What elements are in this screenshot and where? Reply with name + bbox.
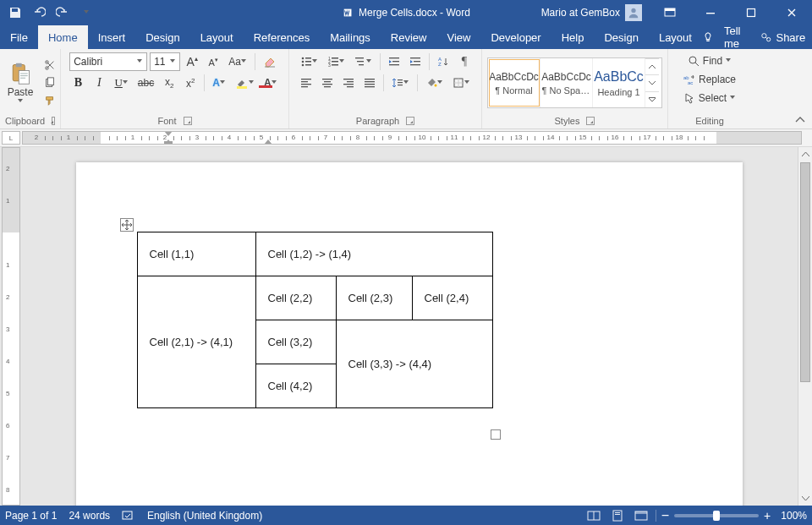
table-cell[interactable]: Cell (1,1) [137, 232, 255, 276]
zoom-slider-thumb[interactable] [713, 511, 720, 521]
ribbon-display-options-button[interactable] [650, 0, 689, 25]
subscript-button[interactable]: x2 [160, 74, 178, 92]
increase-indent-button[interactable] [406, 52, 425, 71]
font-size-combo[interactable]: 11 [150, 52, 180, 71]
read-mode-button[interactable] [584, 508, 603, 523]
tab-references[interactable]: References [244, 25, 320, 49]
style-heading-1[interactable]: AaBbCc Heading 1 [593, 58, 645, 107]
zoom-in-button[interactable]: + [764, 509, 771, 522]
scroll-down-button[interactable] [798, 491, 812, 506]
text-effects-button[interactable]: A [209, 74, 229, 92]
dialog-launcher-paragraph[interactable] [406, 117, 414, 125]
show-marks-button[interactable]: ¶ [455, 52, 474, 71]
copy-button[interactable] [42, 75, 58, 90]
dialog-launcher-clipboard[interactable] [52, 117, 55, 125]
dialog-launcher-styles[interactable] [586, 117, 595, 125]
format-painter-button[interactable] [42, 93, 58, 108]
bold-button[interactable]: B [69, 74, 87, 92]
table-cell[interactable]: Cell (3,2) [255, 320, 336, 364]
numbering-button[interactable]: 123 [324, 52, 348, 71]
shrink-font-button[interactable]: A▾ [204, 52, 222, 71]
document-scroll[interactable]: Cell (1,1) Cell (1,2) -> (1,4) Cell (2,1… [20, 147, 798, 506]
style-normal[interactable]: AaBbCcDc ¶ Normal [488, 58, 540, 107]
zoom-level[interactable]: 100% [781, 510, 807, 522]
share-button[interactable]: Share [750, 25, 812, 49]
underline-button[interactable]: U [111, 74, 131, 92]
ruler-corner[interactable]: L [2, 131, 20, 145]
close-button[interactable] [772, 0, 811, 25]
horizontal-ruler[interactable]: 21123456789101112131415161718 [22, 131, 802, 145]
table-move-handle[interactable] [120, 218, 134, 232]
table-cell[interactable]: Cell (3,3) -> (4,4) [336, 320, 492, 408]
table-cell[interactable]: Cell (2,3) [336, 276, 412, 320]
tell-me[interactable]: Tell me [714, 25, 751, 49]
paste-button[interactable]: Paste [3, 62, 38, 105]
document-table[interactable]: Cell (1,1) Cell (1,2) -> (1,4) Cell (2,1… [137, 232, 493, 408]
zoom-out-button[interactable]: − [661, 511, 669, 520]
style-no-spacing[interactable]: AaBbCcDc ¶ No Spac... [540, 58, 593, 107]
align-left-button[interactable] [297, 74, 315, 92]
clear-formatting-button[interactable] [260, 52, 280, 71]
scroll-up-button[interactable] [798, 147, 812, 161]
shading-button[interactable] [422, 74, 447, 92]
superscript-button[interactable]: x2 [181, 74, 200, 92]
grow-font-button[interactable]: A▴ [183, 52, 201, 71]
minimize-button[interactable] [691, 0, 730, 25]
tab-help[interactable]: Help [551, 25, 595, 49]
font-color-button[interactable]: A [261, 74, 281, 92]
first-line-indent-marker[interactable] [164, 131, 173, 136]
tab-layout[interactable]: Layout [190, 25, 244, 49]
align-center-button[interactable] [318, 74, 337, 92]
status-page[interactable]: Page 1 of 1 [5, 510, 57, 522]
qat-customize-icon[interactable] [77, 3, 96, 22]
table-cell[interactable]: Cell (4,2) [255, 364, 336, 408]
find-button[interactable]: Find [685, 52, 734, 69]
styles-gallery-scroll[interactable] [645, 58, 659, 107]
tell-me-bulb-icon[interactable] [702, 25, 714, 49]
styles-more-icon[interactable] [645, 91, 659, 107]
tab-view[interactable]: View [436, 25, 480, 49]
sort-button[interactable]: AZ [434, 52, 453, 71]
align-right-button[interactable] [339, 74, 358, 92]
undo-icon[interactable] [30, 3, 48, 22]
status-words[interactable]: 24 words [69, 510, 110, 522]
table-cell[interactable]: Cell (2,4) [412, 276, 492, 320]
italic-button[interactable]: I [90, 74, 108, 92]
web-layout-button[interactable] [632, 508, 650, 523]
left-indent-marker[interactable] [164, 141, 173, 145]
tab-file[interactable]: File [0, 25, 38, 49]
dialog-launcher-font[interactable] [184, 117, 192, 125]
strikethrough-button[interactable]: abc [134, 74, 157, 92]
cut-button[interactable] [42, 57, 58, 73]
proofing-icon[interactable] [122, 510, 135, 522]
justify-button[interactable] [360, 74, 379, 92]
chevron-up-icon[interactable] [645, 58, 659, 74]
borders-button[interactable] [449, 74, 474, 92]
user-account[interactable]: Mario at GemBox [535, 4, 649, 21]
tab-mailings[interactable]: Mailings [320, 25, 381, 49]
table-cell[interactable]: Cell (2,2) [255, 276, 336, 320]
highlight-button[interactable] [232, 74, 258, 92]
line-spacing-button[interactable] [388, 74, 413, 92]
collapse-ribbon-button[interactable] [792, 113, 809, 127]
tab-developer[interactable]: Developer [480, 25, 551, 49]
redo-icon[interactable] [53, 3, 72, 22]
replace-button[interactable]: abac Replace [681, 71, 738, 88]
table-row[interactable]: Cell (2,1) -> (4,1) Cell (2,2) Cell (2,3… [137, 276, 492, 320]
vertical-scrollbar[interactable] [798, 147, 812, 506]
table-cell[interactable]: Cell (1,2) -> (1,4) [255, 232, 492, 276]
tab-home[interactable]: Home [38, 25, 88, 49]
status-language[interactable]: English (United Kingdom) [147, 510, 262, 522]
tab-table-layout[interactable]: Layout [649, 25, 702, 49]
chevron-down-icon[interactable] [645, 74, 659, 90]
decrease-indent-button[interactable] [385, 52, 403, 71]
save-icon[interactable] [6, 3, 25, 22]
tab-design[interactable]: Design [135, 25, 189, 49]
multilevel-list-button[interactable] [351, 52, 376, 71]
change-case-button[interactable]: Aa [225, 52, 250, 71]
table-cell[interactable]: Cell (2,1) -> (4,1) [137, 276, 255, 408]
tab-insert[interactable]: Insert [88, 25, 136, 49]
table-row[interactable]: Cell (1,1) Cell (1,2) -> (1,4) [137, 232, 492, 276]
print-layout-button[interactable] [608, 508, 627, 523]
styles-gallery[interactable]: AaBbCcDc ¶ Normal AaBbCcDc ¶ No Spac... … [487, 57, 662, 108]
